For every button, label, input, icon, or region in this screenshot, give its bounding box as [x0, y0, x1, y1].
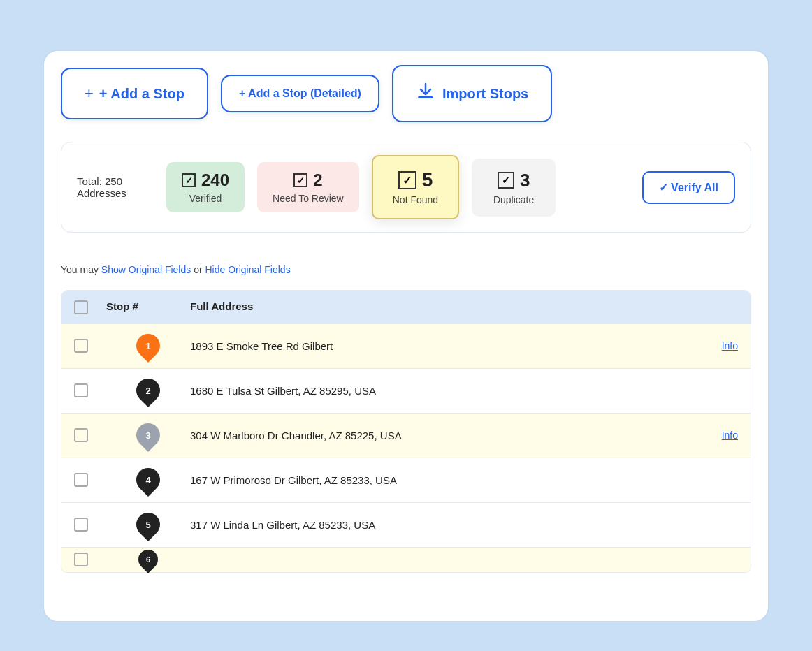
row-5-checkbox[interactable] — [74, 518, 88, 532]
import-stops-label: Import Stops — [442, 86, 528, 102]
import-stops-button[interactable]: Import Stops — [392, 65, 552, 122]
row-5-address: 317 W Linda Ln Gilbert, AZ 85233, USA — [190, 512, 682, 538]
plus-icon: + — [85, 85, 94, 103]
add-stop-detailed-label: + Add a Stop (Detailed) — [239, 87, 361, 100]
need-review-count: 2 — [313, 170, 322, 190]
row-1-info[interactable]: Info — [682, 340, 738, 351]
duplicate-checkbox: ✓ — [498, 172, 514, 189]
stop-pin-6: 6 — [134, 546, 162, 573]
row-3-checkbox[interactable] — [74, 428, 88, 442]
header-checkbox[interactable] — [74, 300, 88, 314]
stats-row: Total: 250 Addresses ✓ 240 Verified ✓ 2 … — [61, 142, 751, 233]
header-stop-num: Stop # — [106, 300, 190, 314]
add-stop-detailed-button[interactable]: + Add a Stop (Detailed) — [221, 75, 379, 112]
total-label: Total: 250 Addresses — [77, 175, 154, 199]
row-2-address: 1680 E Tulsa St Gilbert, AZ 85295, USA — [190, 378, 682, 404]
row-2-checkbox[interactable] — [74, 383, 88, 397]
top-buttons-row: + + Add a Stop + Add a Stop (Detailed) I… — [61, 65, 751, 122]
table-row: 6 — [61, 548, 751, 573]
row-1-address: 1893 E Smoke Tree Rd Gilbert — [190, 333, 682, 359]
row-3-address: 304 W Marlboro Dr Chandler, AZ 85225, US… — [190, 423, 682, 448]
verified-checkbox: ✓ — [182, 173, 196, 187]
not-found-label: Not Found — [393, 194, 438, 205]
row-4-address: 167 W Primoroso Dr Gilbert, AZ 85233, US… — [190, 467, 682, 493]
stop-pin-1: 1 — [131, 329, 165, 363]
row-3-info[interactable]: Info — [682, 430, 738, 441]
not-found-checkbox: ✓ — [398, 171, 416, 189]
table-header: Stop # Full Address — [61, 291, 751, 324]
stop-pin-2: 2 — [131, 374, 165, 407]
show-original-link[interactable]: Show Original Fields — [101, 264, 191, 275]
duplicate-label: Duplicate — [493, 194, 534, 205]
not-found-card[interactable]: ✓ 5 Not Found — [372, 155, 459, 219]
info-message: You may Show Original Fields or Hide Ori… — [61, 245, 751, 279]
verified-card[interactable]: ✓ 240 Verified — [166, 162, 245, 212]
table-row: 1 1893 E Smoke Tree Rd Gilbert Info — [61, 324, 751, 369]
not-found-count: 5 — [422, 169, 433, 191]
row-1-checkbox[interactable] — [74, 339, 88, 353]
row-6-checkbox[interactable] — [74, 553, 88, 566]
verified-label: Verified — [189, 193, 222, 204]
stop-pin-3: 3 — [131, 418, 165, 452]
need-review-checkbox: ✓ — [293, 173, 307, 187]
row-4-checkbox[interactable] — [74, 473, 88, 487]
table-row: 4 167 W Primoroso Dr Gilbert, AZ 85233, … — [61, 458, 751, 503]
table-row: 2 1680 E Tulsa St Gilbert, AZ 85295, USA — [61, 369, 751, 414]
header-action — [682, 300, 738, 314]
stop-pin-5: 5 — [131, 508, 165, 541]
add-stop-label: + Add a Stop — [99, 86, 184, 102]
table-row: 3 304 W Marlboro Dr Chandler, AZ 85225, … — [61, 414, 751, 458]
need-review-label: Need To Review — [273, 193, 344, 204]
import-icon — [416, 82, 435, 105]
duplicate-card[interactable]: ✓ 3 Duplicate — [472, 159, 556, 217]
duplicate-count: 3 — [520, 170, 530, 191]
header-address: Full Address — [190, 300, 682, 314]
verified-count: 240 — [201, 170, 229, 190]
verify-all-button[interactable]: ✓ Verify All — [642, 171, 735, 204]
verify-all-label: ✓ Verify All — [659, 181, 718, 194]
stop-pin-4: 4 — [131, 463, 165, 497]
svg-rect-0 — [418, 96, 433, 98]
stops-table: Stop # Full Address 1 1893 E Smoke Tree … — [61, 290, 751, 573]
table-row: 5 317 W Linda Ln Gilbert, AZ 85233, USA — [61, 503, 751, 548]
need-review-card[interactable]: ✓ 2 Need To Review — [257, 162, 359, 212]
hide-original-link[interactable]: Hide Original Fields — [205, 264, 290, 275]
row-6-address — [190, 553, 682, 566]
add-stop-button[interactable]: + + Add a Stop — [61, 68, 208, 119]
